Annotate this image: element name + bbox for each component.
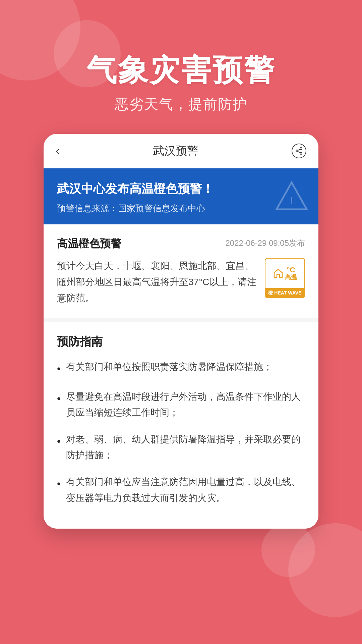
bg-decoration-circle-2 (54, 20, 121, 87)
warning-triangle-icon: ! (275, 181, 308, 212)
badge-top: °C 高温 (265, 259, 304, 288)
prevention-title: 预防指南 (57, 334, 305, 350)
prevention-item-text: 有关部门和单位应当注意防范因用电量过高，以及电线、变压器等电力负载过大而引发的火… (66, 474, 305, 506)
warning-description: 预计今天白天，十堰、襄阳、恩施北部、宜昌、随州部分地区日最高气温将升至37°C以… (57, 258, 258, 306)
warning-type-title: 高温橙色预警 (57, 236, 121, 251)
prevention-area: 预防指南 • 有关部门和单位按照职责落实防暑降温保障措施； • 尽量避免在高温时… (44, 322, 318, 529)
sub-title: 恶劣天气，提前防护 (0, 95, 362, 114)
prevention-list-item: • 尽量避免在高温时段进行户外活动，高温条件下作业的人员应当缩短连续工作时间； (57, 389, 305, 421)
warning-header: 高温橙色预警 2022-06-29 09:05发布 (57, 236, 305, 251)
back-button[interactable]: ‹ (56, 144, 60, 158)
alert-banner-source: 预警信息来源：国家预警信息发布中心 (57, 203, 305, 214)
bullet-icon: • (57, 432, 61, 450)
warning-date: 2022-06-29 09:05发布 (226, 238, 305, 249)
app-bar-title: 武汉预警 (153, 143, 198, 159)
badge-celsius: °C (287, 266, 295, 274)
app-bar: ‹ 武汉预警 (44, 134, 318, 168)
separator (44, 318, 318, 322)
bullet-icon: • (57, 360, 61, 378)
prevention-item-text: 有关部门和单位按照职责落实防暑降温保障措施； (66, 359, 273, 375)
prevention-item-text: 对老、弱、病、幼人群提供防暑降温指导，并采取必要的防护措施； (66, 431, 305, 463)
prevention-list-item: • 对老、弱、病、幼人群提供防暑降温指导，并采取必要的防护措施； (57, 431, 305, 463)
svg-text:!: ! (290, 195, 293, 206)
badge-heat-wave-label: 橙 HEAT WAVE (268, 290, 301, 296)
badge-bottom: 橙 HEAT WAVE (265, 288, 304, 298)
alert-banner: 武汉中心发布高温橙色预警！ 预警信息来源：国家预警信息发布中心 ! (44, 168, 318, 224)
svg-line-4 (298, 149, 300, 151)
alert-banner-title: 武汉中心发布高温橙色预警！ (57, 180, 305, 197)
house-icon (273, 268, 284, 279)
bullet-icon: • (57, 475, 61, 493)
heat-wave-badge: °C 高温 橙 HEAT WAVE (265, 258, 305, 298)
prevention-item-text: 尽量避免在高温时段进行户外活动，高温条件下作业的人员应当缩短连续工作时间； (66, 389, 305, 421)
bg-decoration-circle-4 (261, 523, 315, 577)
svg-line-3 (298, 152, 300, 153)
share-button[interactable] (292, 144, 306, 158)
prevention-list: • 有关部门和单位按照职责落实防暑降温保障措施； • 尽量避免在高温时段进行户外… (57, 359, 305, 506)
badge-gaowen-label: 高温 (285, 274, 297, 281)
warning-content-area: 高温橙色预警 2022-06-29 09:05发布 预计今天白天，十堰、襄阳、恩… (44, 224, 318, 318)
phone-card: ‹ 武汉预警 武汉中心发布高温橙色预警！ 预警信息来源：国家预警信息发布中心 !… (44, 134, 318, 529)
bullet-icon: • (57, 389, 61, 408)
prevention-list-item: • 有关部门和单位应当注意防范因用电量过高，以及电线、变压器等电力负载过大而引发… (57, 474, 305, 506)
prevention-list-item: • 有关部门和单位按照职责落实防暑降温保障措施； (57, 359, 305, 378)
warning-body: 预计今天白天，十堰、襄阳、恩施北部、宜昌、随州部分地区日最高气温将升至37°C以… (57, 258, 305, 306)
